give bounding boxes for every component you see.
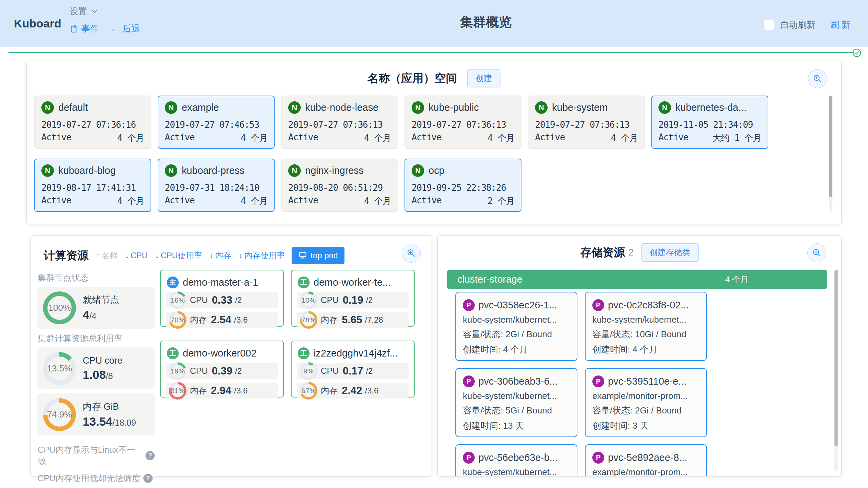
namespaces-zoom-button[interactable] bbox=[808, 69, 827, 88]
sort-label: 内存 bbox=[215, 250, 231, 261]
stat-value: 0.19 bbox=[343, 294, 363, 306]
namespace-name: kuboard-blog bbox=[58, 165, 116, 176]
stat-total: /2 bbox=[235, 296, 242, 305]
namespace-icon: N bbox=[165, 164, 177, 177]
sort-option[interactable]: ↑ 名称 bbox=[96, 250, 118, 261]
pvc-card[interactable]: P pvc-5395110e-e... example/monitor-prom… bbox=[585, 368, 707, 437]
storage-zoom-button[interactable] bbox=[807, 243, 826, 262]
namespace-card-title: N default bbox=[41, 101, 144, 114]
namespace-status: Active bbox=[412, 195, 441, 207]
namespace-card[interactable]: N kube-node-lease 2019-07-27 07:36:13 Ac… bbox=[281, 96, 398, 149]
settings-menu[interactable]: 设置 bbox=[70, 5, 140, 17]
top-pod-button[interactable]: top pod bbox=[292, 247, 344, 264]
namespace-card[interactable]: N kuboard-press 2019-07-31 18:24:10 Acti… bbox=[158, 159, 275, 212]
sort-label: 名称 bbox=[101, 250, 118, 261]
pvc-card[interactable]: P pvc-5e892aee-8... example/monitor-prom… bbox=[585, 444, 707, 476]
stat-label: 内存 bbox=[190, 385, 207, 396]
ring-percent: 74.9% bbox=[47, 409, 72, 420]
pvc-ref: kube-system/kubernet... bbox=[592, 314, 699, 325]
namespace-card[interactable]: N kuboard-blog 2019-08-17 17:41:31 Activ… bbox=[34, 159, 151, 212]
pvc-card[interactable]: P pvc-0358ec26-1... kube-system/kubernet… bbox=[455, 292, 577, 361]
ring-percent: 81% bbox=[171, 387, 185, 395]
memory-usage-ring: 78% bbox=[300, 311, 317, 329]
node-memory-stat: 67% 内存 2.42 /3.6 bbox=[297, 383, 409, 399]
compute-zoom-button[interactable] bbox=[402, 244, 421, 263]
node-memory-stat: 81% 内存 2.94 /3.6 bbox=[166, 383, 278, 399]
namespace-card-title: N kube-public bbox=[412, 101, 514, 114]
scrollbar-thumb[interactable] bbox=[829, 96, 832, 197]
namespace-icon: N bbox=[41, 101, 54, 114]
cpu-total-info: CPU core 1.08/8 bbox=[83, 355, 122, 382]
create-storage-class-button[interactable]: 创建存储类 bbox=[641, 243, 699, 262]
compute-title: 计算资源 bbox=[44, 248, 88, 263]
sort-option[interactable]: ↓ CPU bbox=[125, 251, 148, 260]
scrollbar-thumb[interactable] bbox=[834, 270, 838, 446]
refresh-button[interactable]: 刷 新 bbox=[830, 19, 850, 31]
pvc-ref: kube-system/kubernet... bbox=[463, 314, 570, 325]
cpu-usage-ring: 16% bbox=[169, 291, 186, 309]
namespace-card-title: N kube-system bbox=[535, 101, 638, 114]
magnifier-plus-icon bbox=[812, 248, 822, 258]
stat-total: /2 bbox=[366, 296, 373, 305]
storage-class-bar[interactable]: cluster-storage 4 个月 bbox=[447, 270, 827, 289]
storage-header: 存储资源 2 创建存储类 bbox=[438, 236, 841, 269]
namespace-card[interactable]: N kube-system 2019-07-27 07:36:13 Active… bbox=[528, 96, 645, 149]
back-link[interactable]: ← 后退 bbox=[111, 23, 140, 35]
namespaces-scrollbar[interactable] bbox=[829, 96, 832, 212]
pvc-card[interactable]: P pvc-0c2c83f8-02... kube-system/kuberne… bbox=[585, 292, 707, 361]
node-role-icon: 工 bbox=[298, 347, 310, 359]
pvc-card-title: P pvc-0358ec26-1... bbox=[463, 299, 570, 311]
node-card[interactable]: 工 demo-worker002 19% CPU 0.39 /2 bbox=[160, 341, 284, 398]
kuboard-logo[interactable]: Kuboard bbox=[14, 17, 61, 30]
stat-value: 0.33 bbox=[212, 294, 232, 306]
pvc-name: pvc-5e892aee-8... bbox=[608, 452, 687, 463]
namespace-name: kuboard-press bbox=[182, 165, 244, 176]
pvc-capacity-status: 容量/状态: 10Gi / Bound bbox=[592, 328, 699, 340]
ring-percent: 9% bbox=[303, 367, 314, 375]
namespace-name: kubernetes-da... bbox=[675, 102, 747, 113]
utilization-label: 集群计算资源总利用率 bbox=[38, 333, 155, 344]
pvc-icon: P bbox=[463, 375, 475, 387]
node-name: demo-master-a-1 bbox=[183, 277, 258, 288]
pvc-capacity-status: 容量/状态: 2Gi / Bound bbox=[463, 328, 570, 340]
namespace-created-at: 2019-07-31 18:24:10 bbox=[165, 183, 268, 193]
namespace-card[interactable]: N kube-public 2019-07-27 07:36:13 Active… bbox=[405, 96, 521, 149]
pvc-card-title: P pvc-5e892aee-8... bbox=[592, 452, 699, 464]
namespace-icon: N bbox=[412, 101, 424, 114]
namespace-status-row: Active 4 个月 bbox=[288, 195, 391, 207]
node-card[interactable]: 主 demo-master-a-1 16% CPU 0.33 /2 bbox=[160, 270, 284, 327]
events-link[interactable]: 事件 bbox=[70, 23, 99, 35]
pvc-capacity-status: 容量/状态: 2Gi / Bound bbox=[592, 405, 699, 416]
node-card[interactable]: 工 demo-worker-te... 10% CPU 0.19 /2 bbox=[291, 270, 415, 327]
namespace-card[interactable]: N nginx-ingress 2019-08-20 06:51:29 Acti… bbox=[281, 159, 398, 212]
storage-scrollbar[interactable] bbox=[834, 270, 838, 471]
help-icon[interactable]: ? bbox=[145, 451, 155, 460]
namespace-status-row: Active 4 个月 bbox=[165, 132, 268, 144]
auto-refresh-checkbox[interactable] bbox=[764, 20, 774, 30]
namespace-card[interactable]: N ocp 2019-09-25 22:38:26 Active 2 个月 bbox=[405, 159, 521, 212]
sort-option[interactable]: ↓ 内存 bbox=[210, 250, 231, 261]
node-card-title: 工 iz2zedgghv14j4zf... bbox=[298, 347, 409, 359]
node-card[interactable]: 工 iz2zedgghv14j4zf... 9% CPU 0.17 /2 bbox=[291, 341, 415, 398]
ring-percent: 78% bbox=[301, 316, 316, 324]
pvc-card[interactable]: P pvc-56ebe63e-b... kube-system/kubernet… bbox=[455, 444, 577, 476]
pvc-card[interactable]: P pvc-306beab3-6... kube-system/kubernet… bbox=[455, 368, 577, 437]
status-ok-icon bbox=[852, 48, 862, 58]
pvc-name: pvc-306beab3-6... bbox=[478, 376, 558, 387]
namespace-card[interactable]: N default 2019-07-27 07:36:16 Active 4 个… bbox=[34, 96, 151, 149]
node-cpu-stat: 9% CPU 0.17 /2 bbox=[297, 363, 409, 379]
sort-option[interactable]: ↓ CPU使用率 bbox=[155, 250, 202, 261]
memory-usage-ring: 74.9% bbox=[43, 398, 76, 431]
help-icon[interactable]: ? bbox=[143, 474, 153, 483]
namespace-card[interactable]: N kubernetes-da... 2019-11-05 21:34:09 A… bbox=[651, 96, 768, 149]
create-namespace-button[interactable]: 创建 bbox=[467, 69, 500, 87]
sort-option[interactable]: ↓ 内存使用率 bbox=[239, 250, 285, 261]
node-cpu-stat: 19% CPU 0.39 /2 bbox=[166, 363, 278, 379]
stat-label: CPU bbox=[321, 295, 339, 305]
ring-percent: 100% bbox=[48, 303, 71, 313]
stat-value: 4 bbox=[83, 308, 89, 321]
namespace-card[interactable]: N example 2019-07-27 07:46:53 Active 4 个… bbox=[158, 96, 275, 149]
stat-label: 内存 bbox=[321, 314, 338, 325]
ring-percent: 19% bbox=[171, 367, 185, 375]
node-status-box: 100% 就绪节点 4/4 bbox=[37, 287, 155, 329]
